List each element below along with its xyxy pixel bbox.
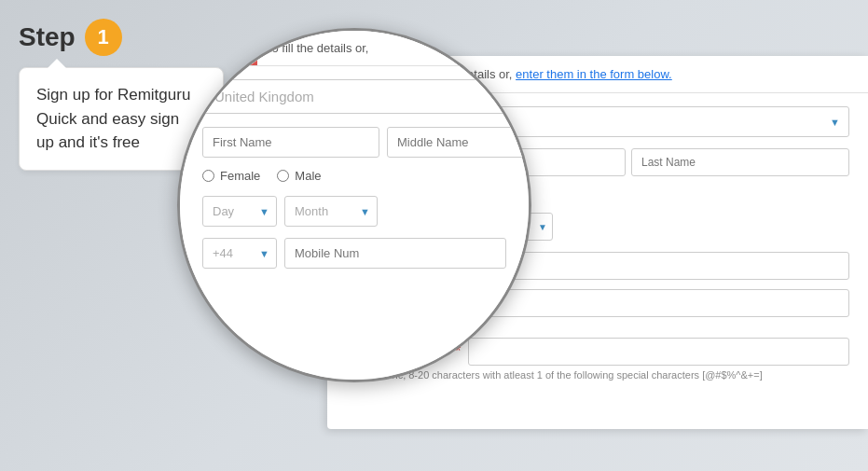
- mag-first-name-input[interactable]: [202, 127, 379, 158]
- top-bar-link-bg[interactable]: enter them in the form below.: [516, 67, 672, 81]
- mag-female-label[interactable]: Female: [202, 169, 260, 183]
- bg-last-name-input[interactable]: [631, 148, 849, 176]
- mag-mobile-input[interactable]: [284, 238, 506, 269]
- mag-day-select[interactable]: Day: [202, 196, 277, 227]
- mag-mobile-row: +44: [202, 238, 506, 269]
- mag-middle-name-input[interactable]: [387, 127, 529, 158]
- mag-female-text: Female: [220, 169, 260, 183]
- mag-sign-in-button[interactable]: Sign in: [180, 31, 257, 65]
- mag-month-select[interactable]: Month: [284, 196, 378, 227]
- mag-month-wrap: Month: [284, 196, 378, 227]
- mag-country-field[interactable]: United Kingdom: [202, 79, 506, 114]
- bg-country-chevron-icon: ▼: [830, 117, 840, 128]
- mag-male-label[interactable]: Male: [277, 169, 321, 183]
- step-label: Step: [19, 22, 76, 52]
- mag-day-wrap: Day: [202, 196, 277, 227]
- step-number: 1: [85, 19, 122, 56]
- mag-top-message: to fill the details or,: [257, 41, 369, 55]
- mag-male-radio[interactable]: [277, 170, 289, 182]
- magnifier-inner: Sign in to fill the details or, United K…: [180, 31, 529, 380]
- mag-message-text: to fill the details or,: [269, 41, 369, 55]
- mag-top-bar: Sign in to fill the details or,: [180, 31, 529, 66]
- mag-country-text: United Kingdom: [214, 89, 314, 104]
- mag-name-row: [202, 127, 506, 158]
- mag-phone-code-select[interactable]: +44: [202, 238, 277, 269]
- mag-male-text: Male: [295, 169, 321, 183]
- mag-gender-row: Female Male: [202, 169, 506, 183]
- mag-form: United Kingdom Female Male: [180, 66, 529, 293]
- mag-female-radio[interactable]: [202, 170, 214, 182]
- mag-phone-code-wrap: +44: [202, 238, 277, 269]
- mag-dob-row: Day Month: [202, 196, 506, 227]
- magnifier-overlay: Sign in to fill the details or, United K…: [177, 28, 531, 382]
